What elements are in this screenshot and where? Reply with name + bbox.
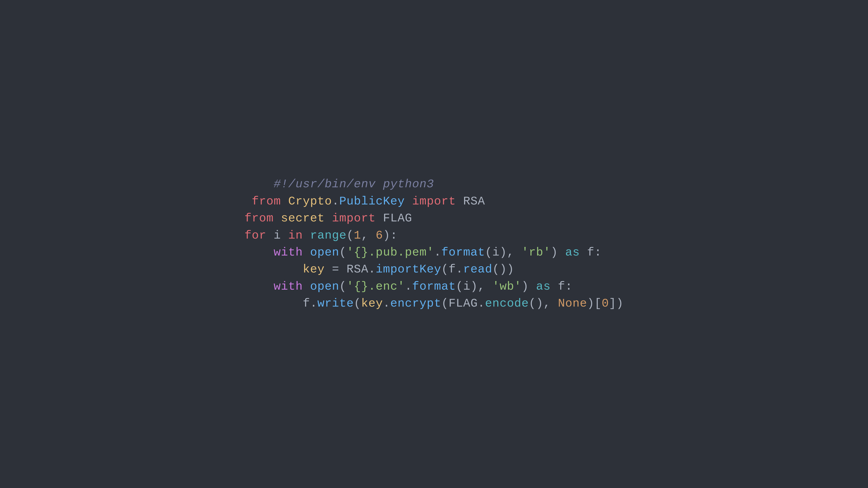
code-token: as bbox=[536, 278, 551, 295]
code-token: RSA bbox=[346, 261, 368, 278]
code-token: '{}.pub.pem' bbox=[346, 244, 434, 261]
code-editor: #!/usr/bin/env python3 from Crypto.Publi… bbox=[245, 176, 624, 312]
code-token bbox=[281, 193, 288, 210]
code-token: ( bbox=[339, 244, 346, 261]
code-token: import bbox=[332, 210, 376, 227]
code-token: 0 bbox=[602, 295, 609, 312]
code-token: #!/usr/bin/env python3 bbox=[274, 176, 434, 193]
code-token: ) bbox=[522, 278, 536, 295]
indent bbox=[245, 261, 303, 278]
line-with2: with open('{}.enc'.format(i), 'wb') as f… bbox=[245, 278, 624, 295]
indent bbox=[245, 193, 252, 210]
code-token: ( bbox=[339, 278, 346, 295]
code-token: as bbox=[565, 244, 580, 261]
code-token: ]) bbox=[609, 295, 624, 312]
code-token: = bbox=[324, 261, 346, 278]
line-import1: from Crypto.PublicKey import RSA bbox=[245, 193, 624, 210]
indent bbox=[245, 295, 303, 312]
code-token: FLAG bbox=[376, 210, 412, 227]
code-token: open bbox=[310, 244, 339, 261]
code-token: ( bbox=[441, 261, 448, 278]
code-token bbox=[303, 244, 310, 261]
code-token: encrypt bbox=[391, 295, 441, 312]
code-token: from bbox=[245, 210, 274, 227]
code-token: key bbox=[361, 295, 383, 312]
code-token: . bbox=[434, 244, 441, 261]
indent bbox=[245, 176, 274, 193]
code-token: )[ bbox=[587, 295, 602, 312]
line-key: key = RSA.importKey(f.read()) bbox=[245, 261, 624, 278]
line-import2: from secret import FLAG bbox=[245, 210, 624, 227]
line-for: for i in range(1, 6): bbox=[245, 227, 624, 244]
code-token: ), bbox=[470, 278, 492, 295]
code-token: . bbox=[477, 295, 485, 312]
code-token: '{}.enc' bbox=[346, 278, 405, 295]
code-token: 6 bbox=[376, 227, 383, 244]
code-token: from bbox=[252, 193, 281, 210]
code-token: , bbox=[361, 227, 376, 244]
code-token: f bbox=[449, 261, 456, 278]
code-token: secret bbox=[281, 210, 324, 227]
code-token: i bbox=[492, 244, 500, 261]
code-token: . bbox=[405, 278, 412, 295]
code-token: ( bbox=[456, 278, 463, 295]
line-shebang: #!/usr/bin/env python3 bbox=[245, 176, 624, 193]
code-token: ()) bbox=[492, 261, 514, 278]
indent bbox=[245, 244, 274, 261]
code-token: write bbox=[317, 295, 354, 312]
code-token: ), bbox=[500, 244, 522, 261]
code-token: i bbox=[266, 227, 288, 244]
code-token: range bbox=[310, 227, 346, 244]
code-token: ( bbox=[354, 295, 361, 312]
code-token bbox=[324, 210, 332, 227]
code-token: 'wb' bbox=[492, 278, 522, 295]
code-token: format bbox=[441, 244, 485, 261]
code-token bbox=[303, 227, 310, 244]
code-token: in bbox=[288, 227, 303, 244]
code-token: . bbox=[310, 295, 317, 312]
code-token: open bbox=[310, 278, 339, 295]
indent bbox=[245, 278, 274, 295]
code-token: f: bbox=[551, 278, 572, 295]
code-token: f: bbox=[580, 244, 602, 261]
code-token: . bbox=[383, 295, 390, 312]
code-token: FLAG bbox=[448, 295, 477, 312]
code-token: ( bbox=[441, 295, 448, 312]
code-token bbox=[274, 210, 281, 227]
code-token: None bbox=[558, 295, 587, 312]
code-token: f bbox=[303, 295, 310, 312]
line-write: f.write(key.encrypt(FLAG.encode(), None)… bbox=[245, 295, 624, 312]
code-token: read bbox=[463, 261, 492, 278]
code-token: Crypto bbox=[288, 193, 332, 210]
code-token: ): bbox=[383, 227, 398, 244]
code-token bbox=[303, 278, 310, 295]
code-token: for bbox=[245, 227, 267, 244]
code-token: format bbox=[412, 278, 456, 295]
code-token: . bbox=[456, 261, 463, 278]
code-token: encode bbox=[485, 295, 529, 312]
code-token: import bbox=[412, 193, 456, 210]
code-token: RSA bbox=[456, 193, 485, 210]
code-token: importKey bbox=[376, 261, 441, 278]
code-token: i bbox=[463, 278, 470, 295]
code-token: with bbox=[274, 244, 303, 261]
line-with1: with open('{}.pub.pem'.format(i), 'rb') … bbox=[245, 244, 624, 261]
code-token: ) bbox=[551, 244, 565, 261]
code-token: ( bbox=[346, 227, 354, 244]
code-token: . bbox=[368, 261, 376, 278]
code-token: (), bbox=[529, 295, 558, 312]
code-token: 'rb' bbox=[522, 244, 551, 261]
code-token bbox=[405, 193, 412, 210]
code-token: ( bbox=[485, 244, 492, 261]
code-token: key bbox=[303, 261, 325, 278]
code-token: PublicKey bbox=[339, 193, 405, 210]
code-token: with bbox=[274, 278, 303, 295]
code-token: 1 bbox=[354, 227, 361, 244]
code-token: . bbox=[332, 193, 339, 210]
